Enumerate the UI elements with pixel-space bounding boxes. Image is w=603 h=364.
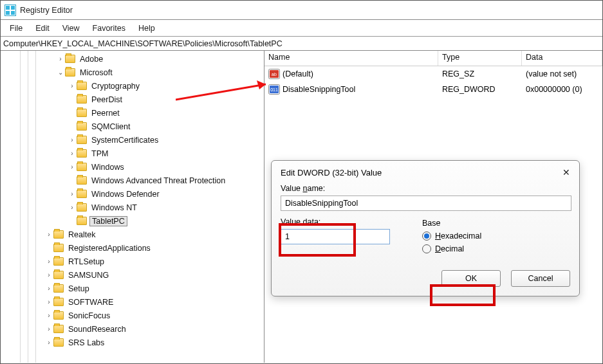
address-bar[interactable]: Computer\HKEY_LOCAL_MACHINE\SOFTWARE\Pol… bbox=[1, 37, 602, 51]
tree-item[interactable]: ›RTLSetup bbox=[1, 255, 264, 268]
tree-item[interactable]: SQMClient bbox=[1, 120, 264, 133]
folder-icon bbox=[77, 136, 87, 144]
tree-item[interactable]: ›TPM bbox=[1, 147, 264, 160]
tree-item[interactable]: Windows Advanced Threat Protection bbox=[1, 174, 264, 187]
value-name-label: Value name: bbox=[281, 184, 570, 193]
chevron-icon[interactable]: › bbox=[44, 271, 53, 278]
tree-item-label: RTLSetup bbox=[66, 257, 106, 266]
col-data[interactable]: Data bbox=[522, 51, 602, 66]
value-row[interactable]: ab(Default)REG_SZ(value not set) bbox=[264, 66, 602, 82]
value-row[interactable]: 011DisableSnippingToolREG_DWORD0x0000000… bbox=[264, 82, 602, 97]
tree-item-label: SoundResearch bbox=[66, 325, 128, 334]
tree-item[interactable]: ›SonicFocus bbox=[1, 309, 264, 322]
window-title: Registry Editor bbox=[20, 6, 73, 15]
edit-dword-dialog: Edit DWORD (32-bit) Value ✕ Value name: … bbox=[271, 160, 580, 296]
chevron-icon[interactable]: › bbox=[68, 190, 77, 197]
chevron-icon[interactable]: › bbox=[44, 325, 53, 332]
svg-rect-3 bbox=[6, 11, 10, 15]
chevron-icon[interactable]: › bbox=[44, 231, 53, 238]
menu-help[interactable]: Help bbox=[132, 22, 162, 35]
tree-item-label: Realtek bbox=[66, 230, 97, 239]
tree-item[interactable]: RegisteredApplications bbox=[1, 241, 264, 255]
chevron-icon[interactable]: › bbox=[68, 163, 77, 170]
tree-item[interactable]: ›Setup bbox=[1, 282, 264, 295]
chevron-icon[interactable]: › bbox=[68, 204, 77, 211]
value-data-label: Value data: bbox=[281, 217, 422, 226]
tree-item[interactable]: ›SOFTWARE bbox=[1, 295, 264, 309]
value-data: 0x00000000 (0) bbox=[522, 85, 602, 94]
tree-item[interactable]: ›Cryptography bbox=[1, 79, 264, 93]
tree-item-label: Windows bbox=[89, 163, 126, 172]
chevron-icon[interactable]: › bbox=[68, 136, 77, 143]
tree-item-label: Setup bbox=[66, 284, 91, 293]
value-type: REG_DWORD bbox=[438, 85, 522, 94]
folder-icon bbox=[53, 338, 64, 347]
chevron-icon[interactable]: › bbox=[44, 312, 53, 319]
tree-item[interactable]: TabletPC bbox=[1, 214, 264, 228]
tree-item[interactable]: PeerDist bbox=[1, 93, 264, 106]
dialog-title: Edit DWORD (32-bit) Value bbox=[281, 168, 382, 177]
folder-icon bbox=[77, 163, 87, 171]
menu-file[interactable]: File bbox=[3, 22, 29, 35]
value-list[interactable]: ab(Default)REG_SZ(value not set)011Disab… bbox=[264, 66, 602, 97]
folder-icon bbox=[77, 109, 87, 117]
tree-item[interactable]: ›SystemCertificates bbox=[1, 133, 264, 147]
base-label: Base bbox=[422, 219, 570, 228]
tree-item[interactable]: ›Realtek bbox=[1, 228, 264, 241]
tree-item[interactable]: Peernet bbox=[1, 106, 264, 120]
chevron-icon[interactable]: › bbox=[56, 55, 65, 62]
chevron-icon[interactable]: › bbox=[44, 285, 53, 292]
folder-icon bbox=[77, 149, 87, 158]
tree-item-label: Adobe bbox=[78, 55, 105, 64]
value-name-input[interactable]: DisableSnippingTool bbox=[281, 196, 571, 211]
folder-icon bbox=[77, 176, 87, 185]
folder-icon bbox=[53, 298, 64, 306]
tree-item[interactable]: ›Windows Defender bbox=[1, 187, 264, 201]
tree-item-label: Windows NT bbox=[89, 203, 139, 212]
tree-item-label: Windows Defender bbox=[89, 190, 162, 199]
tree-item[interactable]: ›Windows bbox=[1, 160, 264, 174]
tree-item[interactable]: ›Windows NT bbox=[1, 201, 264, 214]
folder-icon bbox=[77, 95, 87, 104]
tree-item-label: SonicFocus bbox=[66, 311, 112, 320]
col-type[interactable]: Type bbox=[438, 51, 522, 66]
folder-icon bbox=[53, 311, 64, 320]
chevron-icon[interactable]: › bbox=[44, 339, 53, 346]
value-name: (Default) bbox=[283, 69, 313, 78]
tree-item-label: Cryptography bbox=[89, 82, 142, 91]
tree-item[interactable]: ›SAMSUNG bbox=[1, 268, 264, 282]
folder-icon bbox=[77, 203, 87, 212]
chevron-icon[interactable]: ⌄ bbox=[56, 69, 65, 76]
folder-icon bbox=[53, 271, 64, 279]
cancel-button[interactable]: Cancel bbox=[511, 270, 570, 287]
column-headers[interactable]: Name Type Data bbox=[264, 51, 602, 66]
chevron-icon[interactable]: › bbox=[68, 150, 77, 157]
radio-decimal[interactable]: Decimal bbox=[422, 244, 570, 253]
tree-item-label: Microsoft bbox=[78, 68, 115, 77]
title-bar: Registry Editor bbox=[1, 1, 602, 20]
value-type: REG_SZ bbox=[438, 69, 522, 78]
close-icon[interactable]: ✕ bbox=[562, 167, 570, 177]
tree-item-label: PeerDist bbox=[89, 95, 124, 104]
radio-hexadecimal[interactable]: Hexadecimal bbox=[422, 232, 570, 241]
chevron-icon[interactable]: › bbox=[68, 82, 77, 89]
col-name[interactable]: Name bbox=[264, 51, 438, 66]
tree-item[interactable]: ⌄Microsoft bbox=[1, 66, 264, 79]
value-icon: 011 bbox=[268, 84, 280, 95]
tree-item-label: RegisteredApplications bbox=[66, 244, 153, 253]
menu-view[interactable]: View bbox=[56, 22, 86, 35]
tree-item[interactable]: ›SoundResearch bbox=[1, 322, 264, 336]
tree-item[interactable]: ›SRS Labs bbox=[1, 336, 264, 349]
tree-item-label: Windows Advanced Threat Protection bbox=[89, 176, 227, 185]
radio-icon bbox=[422, 232, 431, 241]
ok-button[interactable]: OK bbox=[441, 270, 501, 287]
value-data-input[interactable] bbox=[281, 229, 390, 244]
tree-item-label: SOFTWARE bbox=[66, 298, 115, 307]
chevron-icon[interactable]: › bbox=[44, 258, 53, 265]
tree-item[interactable]: ›Adobe bbox=[1, 52, 264, 66]
menu-favorites[interactable]: Favorites bbox=[86, 22, 132, 35]
registry-tree[interactable]: ›Adobe⌄Microsoft›CryptographyPeerDistPee… bbox=[1, 52, 264, 349]
menu-edit[interactable]: Edit bbox=[29, 22, 56, 35]
folder-icon bbox=[77, 122, 87, 131]
chevron-icon[interactable]: › bbox=[44, 298, 53, 305]
